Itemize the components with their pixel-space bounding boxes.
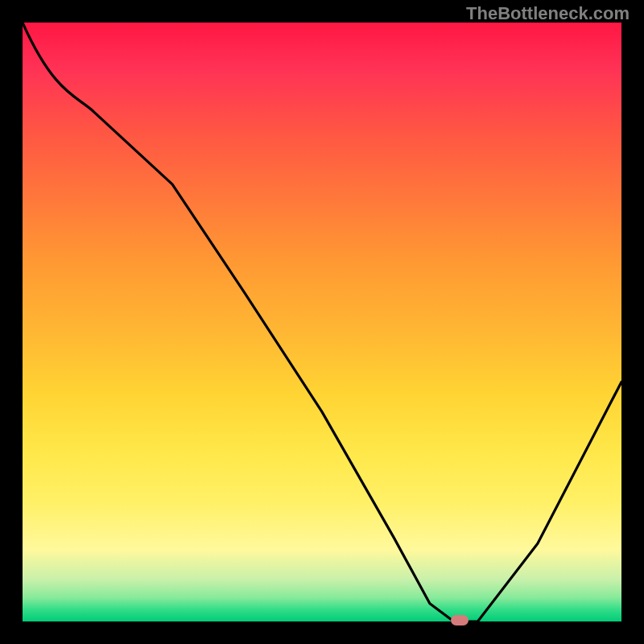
chart-container: TheBottleneck.com: [0, 0, 644, 644]
watermark-text: TheBottleneck.com: [466, 3, 630, 24]
optimal-marker: [451, 615, 469, 625]
bottleneck-curve: [23, 23, 621, 621]
